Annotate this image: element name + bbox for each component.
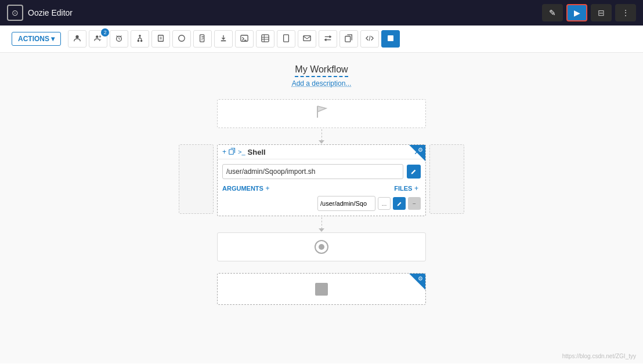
- generic-icon: [345, 34, 353, 44]
- toolbar-hdfs-btn[interactable]: [214, 30, 233, 48]
- files-input-row: ... −: [222, 196, 421, 211]
- save-button[interactable]: ⊟: [591, 4, 612, 21]
- end-circle-icon: [315, 240, 328, 254]
- svg-point-8: [179, 35, 185, 41]
- end-inner-dot: [319, 244, 324, 250]
- toolbar-circle-btn[interactable]: [172, 30, 191, 48]
- play-icon: ▶: [574, 8, 580, 17]
- toolbar-code-btn[interactable]: [360, 30, 379, 48]
- toolbar-people-btn[interactable]: 2: [89, 30, 107, 48]
- svg-point-2: [99, 35, 102, 38]
- file-icon: [198, 34, 207, 44]
- svg-rect-15: [345, 36, 351, 42]
- person-icon: [73, 34, 81, 44]
- shell-header-left: + >_ Shell: [222, 148, 266, 156]
- files-remove-button[interactable]: −: [408, 197, 421, 210]
- actions-dropdown-button[interactable]: ACTIONS ▾: [12, 32, 61, 46]
- arguments-label-area: ARGUMENTS +: [222, 184, 270, 192]
- start-node[interactable]: [217, 99, 426, 128]
- svg-rect-13: [284, 34, 289, 41]
- app-title: Oozie Editor: [28, 8, 73, 17]
- watermark: https://blog.csdn.net/ZGI_tyy: [562, 353, 636, 359]
- flag-icon: [313, 104, 330, 123]
- copy-shell-icon[interactable]: [229, 148, 236, 156]
- terminal-shell-icon: >_: [238, 148, 245, 155]
- side-box-left: [179, 144, 214, 214]
- arguments-plus[interactable]: +: [266, 184, 270, 192]
- bottom-node-square-icon: [315, 283, 328, 296]
- circle-icon: [178, 34, 186, 44]
- end-node[interactable]: [217, 232, 426, 261]
- bottom-action-node[interactable]: ⚙: [217, 273, 426, 305]
- toolbar-email-btn[interactable]: [298, 30, 316, 48]
- files-label: FILES: [394, 185, 412, 192]
- toolbar-fork-btn[interactable]: [131, 30, 149, 48]
- shell-body: ARGUMENTS + FILES + ...: [218, 159, 425, 216]
- actions-label: ACTIONS ▾: [18, 35, 55, 43]
- edit-icon: ✎: [549, 8, 556, 17]
- svg-rect-16: [388, 35, 393, 41]
- labels-row: ARGUMENTS + FILES +: [222, 184, 421, 192]
- connector-1: [217, 128, 426, 144]
- people-icon: [94, 34, 102, 44]
- svg-rect-7: [158, 35, 164, 41]
- toolbar-person-btn[interactable]: [68, 30, 86, 48]
- connector-2: [217, 216, 426, 232]
- toolbar-distcp-btn[interactable]: [256, 30, 274, 48]
- edit-button[interactable]: ✎: [542, 4, 563, 21]
- toolbar-transfer-btn[interactable]: [319, 30, 337, 48]
- files-plus[interactable]: +: [414, 184, 418, 192]
- svg-rect-17: [229, 150, 234, 154]
- arguments-label: ARGUMENTS: [222, 185, 263, 192]
- svg-point-1: [96, 35, 98, 38]
- toolbar-terminal-btn[interactable]: [235, 30, 254, 48]
- transfer-icon: [324, 34, 332, 44]
- workflow-description[interactable]: Add a description...: [292, 79, 352, 88]
- svg-rect-10: [221, 40, 226, 41]
- start-node-row: [0, 99, 643, 128]
- fork-icon: [136, 34, 144, 44]
- toolbar-stop-btn[interactable]: [381, 30, 400, 48]
- pig-icon: [157, 34, 165, 44]
- workflow-canvas: My Workflow Add a description...: [0, 53, 643, 363]
- terminal-icon: [240, 34, 248, 44]
- script-path-row: [222, 164, 421, 179]
- svg-rect-12: [262, 34, 269, 41]
- toolbar-page-btn[interactable]: [277, 30, 295, 48]
- page-icon: [282, 34, 290, 44]
- files-edit-button[interactable]: [393, 197, 406, 210]
- distcp-icon: [261, 34, 269, 44]
- svg-rect-14: [304, 35, 310, 41]
- header-actions: ✎ ▶ ⊟ ⋮: [542, 4, 636, 21]
- svg-point-6: [140, 39, 143, 42]
- alarm-icon: [115, 34, 123, 44]
- code-icon: [366, 34, 374, 44]
- files-browse-button[interactable]: ...: [378, 197, 391, 210]
- toolbar-pig-btn[interactable]: [151, 30, 170, 48]
- toolbar-generic-btn[interactable]: [339, 30, 358, 48]
- script-edit-button[interactable]: [407, 165, 421, 179]
- workflow-title-area: My Workflow Add a description...: [292, 64, 352, 88]
- corner-gear-icon: ⚙: [418, 147, 423, 153]
- people-badge: 2: [101, 28, 109, 37]
- add-icon[interactable]: +: [222, 148, 226, 156]
- toolbar: ACTIONS ▾ 2: [0, 26, 643, 53]
- app-icon: ⊙: [7, 5, 23, 21]
- side-box-right: [429, 144, 464, 214]
- svg-point-0: [76, 35, 79, 38]
- files-path-input[interactable]: [317, 196, 375, 211]
- play-button[interactable]: ▶: [566, 4, 587, 21]
- stop-icon: [387, 34, 394, 43]
- save-icon: ⊟: [598, 8, 605, 17]
- shell-title: Shell: [248, 148, 266, 156]
- more-button[interactable]: ⋮: [615, 4, 636, 21]
- toolbar-file-btn[interactable]: [193, 30, 212, 48]
- script-path-input[interactable]: [222, 164, 403, 179]
- workflow-title[interactable]: My Workflow: [295, 64, 348, 77]
- app-header: ⊙ Oozie Editor ✎ ▶ ⊟ ⋮: [0, 0, 643, 26]
- bottom-node-row: ⚙: [0, 273, 643, 305]
- canvas-inner: My Workflow Add a description...: [0, 53, 643, 363]
- hdfs-icon: [219, 34, 227, 44]
- toolbar-alarm-btn[interactable]: [110, 30, 128, 48]
- shell-node: ⚙ + >_ Shell ✕: [217, 144, 426, 216]
